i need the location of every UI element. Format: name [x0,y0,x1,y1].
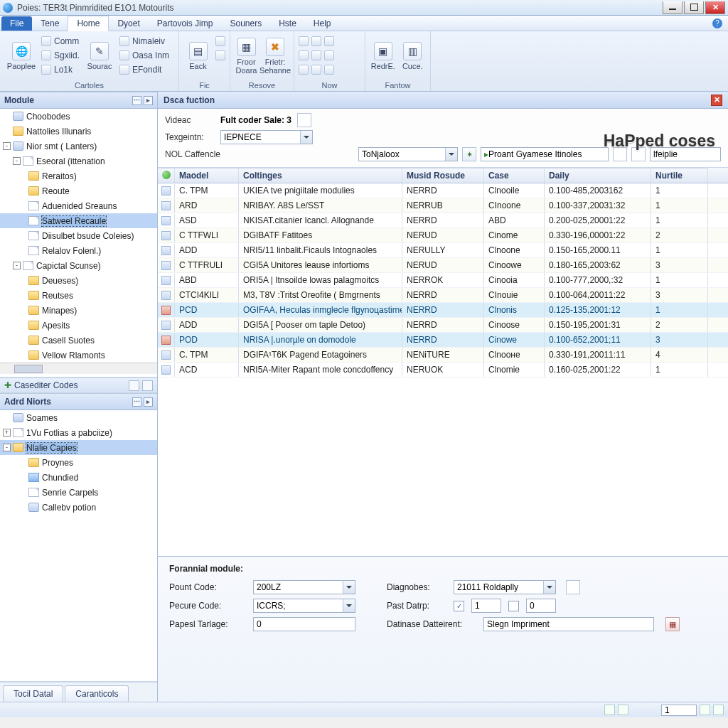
status-nav-icon[interactable] [700,705,710,715]
tree-item[interactable]: Reutses [0,288,157,303]
past-datrp-value2[interactable]: 0 [526,599,556,613]
grid-row[interactable]: C TTFWLIDGIBATF FatitoesNERUDCinоme0.330… [158,228,728,243]
ribbon-small-button[interactable]: Nimaleiv [119,35,169,48]
grid-row[interactable]: C. TPMUKIEA tve pnigiitale moduliesNERRD… [158,183,728,198]
tree-item[interactable]: Vellow Rlamonts [0,348,157,363]
ribbon-sourac-button[interactable]: ✎Sourac [82,33,117,79]
tree-item[interactable]: Aduenided Sreauns [0,198,157,213]
col-maodel[interactable]: Maodel [175,168,239,183]
tree-item[interactable]: Relalov Folenl.) [0,243,157,258]
proant-combo[interactable]: ▸ Proant Gyamese Itinoles [481,147,609,161]
tree-item[interactable]: Deueses) [0,273,157,288]
ribbon-small-button[interactable]: EFondit [119,63,169,76]
window-close-button[interactable] [705,1,725,14]
menu-item[interactable]: Hste [270,16,305,31]
tab-tocil[interactable]: Tocil Datal [3,685,63,702]
tree-item[interactable]: Callebv potion [0,500,157,515]
tree-item[interactable]: Reoute [0,183,157,198]
tree-item[interactable]: Senrie Carpels [0,485,157,500]
tree-item[interactable]: Proynes [0,455,157,470]
tree-item[interactable]: Reraitos) [0,168,157,183]
tree-item[interactable]: -Nlalie Capies [0,440,157,455]
grid-row[interactable]: C TTFRULICGI5A Unitores leause infortiom… [158,258,728,273]
grid-row[interactable]: PCDOGIFAA, Heculas inmglecle flgynoцasti… [158,303,728,318]
tree-item[interactable]: Apesits [0,318,157,333]
pount-code-combo[interactable]: 200LZ [253,580,355,594]
tree-item[interactable]: Diisulbet bsude Coleies) [0,228,157,243]
datinase-input[interactable]: Slegn Impгiment [483,617,654,631]
refresh-icon[interactable] [162,171,171,179]
casediter-codes-row[interactable]: ✚ Casediter Codes [0,378,157,393]
grid-row[interactable]: CTCI4KILIM3, T8V :Tritst Oreofite ( Bmgr… [158,288,728,303]
grid-row[interactable]: ACDNRI5A-Miter Rapant mole concdoffencyN… [158,363,728,378]
grid-row[interactable]: ADDNRI5/11 linbalit.Ficauls IntognaolesN… [158,243,728,258]
panel-pin-icon[interactable]: ▸ [144,397,153,407]
grid-row[interactable]: ASDNKISAT.citanier Icancl. AllognandeNER… [158,213,728,228]
toljaloox-combo[interactable]: ToNjaloox [358,147,458,161]
ribbon-small-button[interactable]: Oasa Inm [119,49,169,62]
tree-item[interactable]: -Nior smt ( Lanters) [0,139,157,154]
col-coltinges[interactable]: Coltinges [239,168,402,183]
col-nurtile[interactable]: Nurtile [651,168,708,183]
papesl-tarlage-input[interactable]: 0 [253,617,355,631]
ifeiplie-combo[interactable]: lfeiplie [650,147,721,161]
tree-item[interactable]: +1Vu Fotlias a pabciize) [0,425,157,440]
mid-icon[interactable] [129,380,139,391]
grid-row[interactable]: ABDORI5A | Itnsoilde lowas palagmoitcsNE… [158,273,728,288]
col-case[interactable]: Case [484,168,545,183]
tree-item[interactable]: Nattolies Illunaris [0,124,157,139]
ribbon-frietr-button[interactable]: ✖Frietr: Sehanne [261,33,289,79]
filter-button[interactable] [297,113,311,127]
past-datrp-check[interactable]: ✓ [454,601,464,611]
diagnobes-picker[interactable] [566,580,580,594]
tab-caranticols[interactable]: Caranticols [65,685,129,702]
help-icon[interactable]: ? [712,18,722,28]
ribbon-paoplee-button[interactable]: 🌐Paoplee [4,33,38,79]
ribbon-cuoe-button[interactable]: ▥Cuce. [400,33,427,79]
panel-close-button[interactable]: ✕ [711,95,722,106]
ribbon-small-button[interactable]: Lo1k [41,63,80,76]
mid-icon[interactable] [142,380,153,391]
ribbon-small-button[interactable]: Sgxiid. [41,49,80,62]
diagnobes-combo[interactable]: 21011 Roldaplly [454,580,556,594]
panel-pin-icon[interactable]: ▸ [144,96,153,105]
grid-row[interactable]: ARDNRIBAY. A8S Le/SSTNERRUBCInoone0.100-… [158,198,728,213]
ribbon-froor-button[interactable]: ▦Froor Doara [235,33,258,79]
grid-row[interactable]: C. TPMDGIFA¹T6K Pagend EotagoinersNENiTU… [158,348,728,363]
panel-menu-icon[interactable]: ⋯ [132,96,141,105]
grid-row[interactable]: ADDDGI5A [ Pooser om taple Detoo)NERRDCi… [158,318,728,333]
tree-item[interactable]: -Eseoral (ittenation [0,154,157,168]
menu-item[interactable]: Help [305,16,340,31]
menu-home[interactable]: Home [68,16,109,31]
tree-item[interactable]: Minapes) [0,303,157,318]
tree-item[interactable]: Casell Suotes [0,333,157,348]
tree-item[interactable]: Chundied [0,470,157,485]
filter-clear-button[interactable]: ✶ [462,147,476,161]
texgeintn-combo[interactable]: IEPNECE [220,130,313,144]
tree-scrollbar[interactable] [0,363,157,374]
menu-file[interactable]: File [1,16,32,31]
tree-item[interactable]: -Capictal Scunse) [0,258,157,273]
menu-item[interactable]: Tene [32,16,68,31]
status-nav-icon[interactable] [713,705,724,715]
ribbon-small-button[interactable]: Comm [41,35,80,48]
pecure-code-combo[interactable]: ICCRS; [253,599,355,613]
menu-item[interactable]: Souners [221,16,270,31]
tree-item[interactable]: Choobodes [0,109,157,124]
tree-item[interactable]: Soames [0,410,157,425]
menu-item[interactable]: Partovois Jimp [149,16,222,31]
status-icon[interactable] [618,705,628,715]
past-datrp-check2[interactable] [508,601,519,611]
tree-item[interactable]: Satweel Recaule [0,213,157,228]
maximize-button[interactable] [684,1,704,14]
module-tree[interactable]: ChoobodesNattolies Illunaris-Nior smt ( … [0,109,157,378]
grid-row[interactable]: PODNRISA |.unorµle on domodoleNERRDCinow… [158,333,728,348]
menu-item[interactable]: Dyoet [109,16,148,31]
ribbon-redre-button[interactable]: ▣RedrE. [370,33,397,79]
col-musid[interactable]: Musid Rosude [402,168,484,183]
minimize-button[interactable] [663,1,682,14]
adrd-tree[interactable]: Soames+1Vu Fotlias a pabciize)-Nlalie Ca… [0,410,157,682]
ribbon-eack-button[interactable]: ▤Eack [183,33,213,79]
calendar-icon[interactable]: ▦ [665,617,680,631]
page-number-box[interactable]: 1 [661,705,697,716]
